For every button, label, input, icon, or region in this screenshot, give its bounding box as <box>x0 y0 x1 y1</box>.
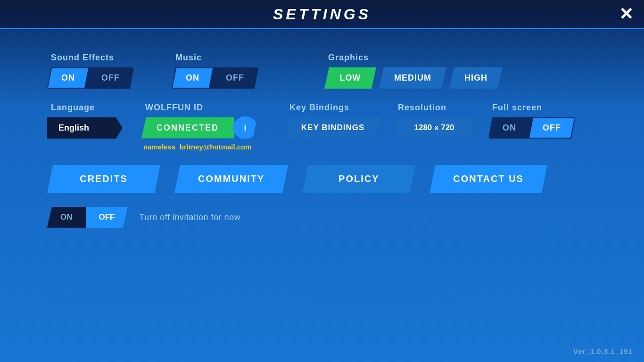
wolffun-email: nameless_britney@hotmail.com <box>141 143 252 151</box>
sound-effects-toggle: ON OFF <box>47 67 134 89</box>
policy-button[interactable]: POLICY <box>302 165 415 193</box>
keybindings-group: Key Bindings KEY BINDINGS <box>286 103 380 138</box>
contact-us-button[interactable]: CONTACT US <box>429 165 547 193</box>
sound-effects-off-button[interactable]: OFF <box>88 68 133 88</box>
page-title: SETTINGS <box>273 6 371 23</box>
music-label: Music <box>172 53 202 63</box>
music-toggle: ON OFF <box>172 67 258 89</box>
invitation-toggle: ON OFF <box>47 207 128 228</box>
language-group: Language English <box>47 103 123 139</box>
graphics-low-button[interactable]: LOW <box>324 67 376 89</box>
language-button[interactable]: English <box>47 117 123 139</box>
sound-effects-on-button[interactable]: ON <box>48 68 88 88</box>
wolffun-label: WOLFFUN ID <box>141 103 203 113</box>
fullscreen-off-button[interactable]: OFF <box>529 118 574 138</box>
graphics-high-button[interactable]: HIGH <box>449 67 503 89</box>
graphics-label: Graphics <box>324 53 369 63</box>
version-text: Ver_1.0.3.1_191 <box>573 347 633 355</box>
invitation-on-button[interactable]: ON <box>47 207 86 228</box>
fullscreen-toggle: ON OFF <box>488 117 575 139</box>
keybindings-label: Key Bindings <box>286 103 349 113</box>
sound-effects-label: Sound Effects <box>47 53 114 63</box>
music-off-button[interactable]: OFF <box>213 68 257 88</box>
top-bar: SETTINGS ✕ <box>0 0 644 29</box>
graphics-group: Graphics LOW MEDIUM HIGH <box>324 53 503 89</box>
resolution-button[interactable]: 1280 x 720 <box>394 117 474 138</box>
wolffun-row: CONNECTED i <box>141 116 257 139</box>
wolffun-connected-button[interactable]: CONNECTED <box>141 117 234 139</box>
music-group: Music ON OFF <box>172 53 258 89</box>
resolution-group: Resolution 1280 x 720 <box>394 103 474 138</box>
keybindings-button[interactable]: KEY BINDINGS <box>286 117 380 138</box>
resolution-label: Resolution <box>394 103 446 113</box>
language-label: Language <box>47 103 95 113</box>
sound-effects-group: Sound Effects ON OFF <box>47 53 134 89</box>
credits-button[interactable]: CREDITS <box>47 165 160 193</box>
invitation-text: Turn off invitation for now <box>140 213 241 222</box>
invitation-off-button[interactable]: OFF <box>86 207 128 228</box>
fullscreen-on-button[interactable]: ON <box>489 118 529 138</box>
music-on-button[interactable]: ON <box>173 68 213 88</box>
close-button[interactable]: ✕ <box>616 4 636 25</box>
wolffun-info-button[interactable]: i <box>233 116 257 139</box>
wolffun-group: WOLFFUN ID CONNECTED i nameless_britney@… <box>141 103 257 151</box>
bottom-buttons-row: CREDITS COMMUNITY POLICY CONTACT US <box>47 165 597 193</box>
community-button[interactable]: COMMUNITY <box>174 165 288 193</box>
fullscreen-label: Full screen <box>488 103 542 113</box>
graphics-toggle: LOW MEDIUM HIGH <box>324 67 503 89</box>
graphics-medium-button[interactable]: MEDIUM <box>379 67 446 89</box>
fullscreen-group: Full screen ON OFF <box>488 103 575 139</box>
invitation-row: ON OFF Turn off invitation for now <box>47 207 597 228</box>
background: SETTINGS ✕ Sound Effects ON OFF Music ON… <box>0 0 644 362</box>
